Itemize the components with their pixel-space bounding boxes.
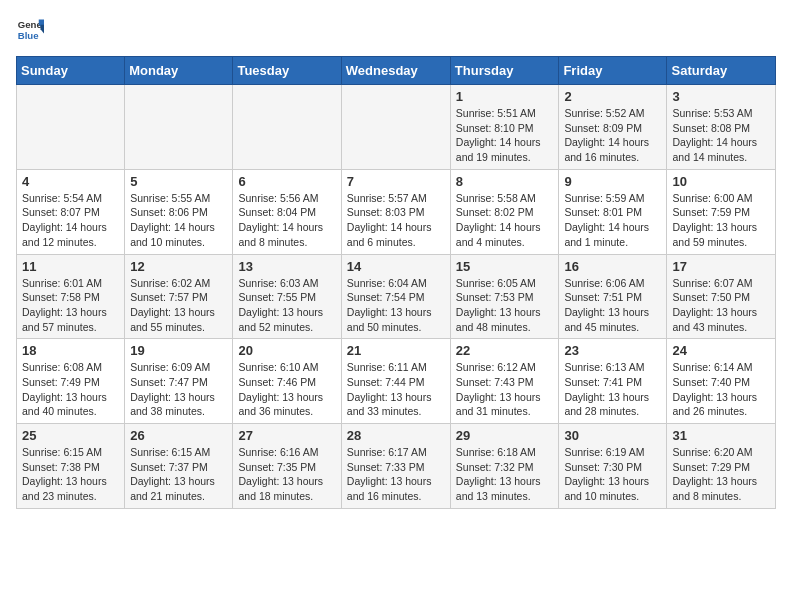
page-header: General Blue — [16, 16, 776, 44]
calendar-cell: 25Sunrise: 6:15 AM Sunset: 7:38 PM Dayli… — [17, 424, 125, 509]
calendar-table: Sunday Monday Tuesday Wednesday Thursday… — [16, 56, 776, 509]
col-wednesday: Wednesday — [341, 57, 450, 85]
day-number: 17 — [672, 259, 770, 274]
day-info: Sunrise: 6:18 AM Sunset: 7:32 PM Dayligh… — [456, 445, 554, 504]
day-number: 27 — [238, 428, 335, 443]
day-number: 1 — [456, 89, 554, 104]
day-info: Sunrise: 6:00 AM Sunset: 7:59 PM Dayligh… — [672, 191, 770, 250]
calendar-week-row: 4Sunrise: 5:54 AM Sunset: 8:07 PM Daylig… — [17, 169, 776, 254]
day-number: 24 — [672, 343, 770, 358]
calendar-cell: 1Sunrise: 5:51 AM Sunset: 8:10 PM Daylig… — [450, 85, 559, 170]
calendar-cell: 29Sunrise: 6:18 AM Sunset: 7:32 PM Dayli… — [450, 424, 559, 509]
col-thursday: Thursday — [450, 57, 559, 85]
svg-marker-3 — [41, 25, 45, 34]
calendar-week-row: 25Sunrise: 6:15 AM Sunset: 7:38 PM Dayli… — [17, 424, 776, 509]
day-number: 28 — [347, 428, 445, 443]
calendar-cell: 2Sunrise: 5:52 AM Sunset: 8:09 PM Daylig… — [559, 85, 667, 170]
calendar-cell: 22Sunrise: 6:12 AM Sunset: 7:43 PM Dayli… — [450, 339, 559, 424]
day-number: 30 — [564, 428, 661, 443]
day-number: 12 — [130, 259, 227, 274]
day-info: Sunrise: 6:06 AM Sunset: 7:51 PM Dayligh… — [564, 276, 661, 335]
day-info: Sunrise: 6:03 AM Sunset: 7:55 PM Dayligh… — [238, 276, 335, 335]
day-info: Sunrise: 6:01 AM Sunset: 7:58 PM Dayligh… — [22, 276, 119, 335]
calendar-cell — [17, 85, 125, 170]
calendar-header-row: Sunday Monday Tuesday Wednesday Thursday… — [17, 57, 776, 85]
calendar-cell: 4Sunrise: 5:54 AM Sunset: 8:07 PM Daylig… — [17, 169, 125, 254]
col-saturday: Saturday — [667, 57, 776, 85]
day-number: 9 — [564, 174, 661, 189]
day-info: Sunrise: 6:12 AM Sunset: 7:43 PM Dayligh… — [456, 360, 554, 419]
day-number: 29 — [456, 428, 554, 443]
day-number: 5 — [130, 174, 227, 189]
day-info: Sunrise: 5:55 AM Sunset: 8:06 PM Dayligh… — [130, 191, 227, 250]
calendar-cell: 28Sunrise: 6:17 AM Sunset: 7:33 PM Dayli… — [341, 424, 450, 509]
calendar-cell: 16Sunrise: 6:06 AM Sunset: 7:51 PM Dayli… — [559, 254, 667, 339]
calendar-cell: 11Sunrise: 6:01 AM Sunset: 7:58 PM Dayli… — [17, 254, 125, 339]
day-info: Sunrise: 6:20 AM Sunset: 7:29 PM Dayligh… — [672, 445, 770, 504]
calendar-cell: 17Sunrise: 6:07 AM Sunset: 7:50 PM Dayli… — [667, 254, 776, 339]
calendar-cell: 19Sunrise: 6:09 AM Sunset: 7:47 PM Dayli… — [125, 339, 233, 424]
day-number: 11 — [22, 259, 119, 274]
day-number: 10 — [672, 174, 770, 189]
calendar-cell: 7Sunrise: 5:57 AM Sunset: 8:03 PM Daylig… — [341, 169, 450, 254]
day-info: Sunrise: 6:10 AM Sunset: 7:46 PM Dayligh… — [238, 360, 335, 419]
day-number: 19 — [130, 343, 227, 358]
calendar-cell: 8Sunrise: 5:58 AM Sunset: 8:02 PM Daylig… — [450, 169, 559, 254]
day-info: Sunrise: 6:04 AM Sunset: 7:54 PM Dayligh… — [347, 276, 445, 335]
calendar-cell: 10Sunrise: 6:00 AM Sunset: 7:59 PM Dayli… — [667, 169, 776, 254]
svg-text:Blue: Blue — [18, 30, 39, 41]
day-info: Sunrise: 6:05 AM Sunset: 7:53 PM Dayligh… — [456, 276, 554, 335]
day-info: Sunrise: 6:15 AM Sunset: 7:38 PM Dayligh… — [22, 445, 119, 504]
day-number: 13 — [238, 259, 335, 274]
day-info: Sunrise: 6:19 AM Sunset: 7:30 PM Dayligh… — [564, 445, 661, 504]
logo: General Blue — [16, 16, 44, 44]
day-number: 2 — [564, 89, 661, 104]
calendar-cell: 9Sunrise: 5:59 AM Sunset: 8:01 PM Daylig… — [559, 169, 667, 254]
calendar-cell: 18Sunrise: 6:08 AM Sunset: 7:49 PM Dayli… — [17, 339, 125, 424]
day-number: 8 — [456, 174, 554, 189]
calendar-cell: 5Sunrise: 5:55 AM Sunset: 8:06 PM Daylig… — [125, 169, 233, 254]
day-info: Sunrise: 5:57 AM Sunset: 8:03 PM Dayligh… — [347, 191, 445, 250]
day-number: 4 — [22, 174, 119, 189]
day-number: 15 — [456, 259, 554, 274]
day-info: Sunrise: 5:56 AM Sunset: 8:04 PM Dayligh… — [238, 191, 335, 250]
calendar-cell — [341, 85, 450, 170]
day-info: Sunrise: 5:59 AM Sunset: 8:01 PM Dayligh… — [564, 191, 661, 250]
calendar-cell: 23Sunrise: 6:13 AM Sunset: 7:41 PM Dayli… — [559, 339, 667, 424]
day-number: 3 — [672, 89, 770, 104]
calendar-cell: 27Sunrise: 6:16 AM Sunset: 7:35 PM Dayli… — [233, 424, 341, 509]
day-info: Sunrise: 6:17 AM Sunset: 7:33 PM Dayligh… — [347, 445, 445, 504]
day-info: Sunrise: 6:15 AM Sunset: 7:37 PM Dayligh… — [130, 445, 227, 504]
calendar-cell: 15Sunrise: 6:05 AM Sunset: 7:53 PM Dayli… — [450, 254, 559, 339]
day-info: Sunrise: 5:58 AM Sunset: 8:02 PM Dayligh… — [456, 191, 554, 250]
day-info: Sunrise: 6:08 AM Sunset: 7:49 PM Dayligh… — [22, 360, 119, 419]
calendar-cell: 24Sunrise: 6:14 AM Sunset: 7:40 PM Dayli… — [667, 339, 776, 424]
calendar-cell: 20Sunrise: 6:10 AM Sunset: 7:46 PM Dayli… — [233, 339, 341, 424]
day-number: 6 — [238, 174, 335, 189]
day-number: 20 — [238, 343, 335, 358]
day-number: 16 — [564, 259, 661, 274]
calendar-cell: 3Sunrise: 5:53 AM Sunset: 8:08 PM Daylig… — [667, 85, 776, 170]
col-sunday: Sunday — [17, 57, 125, 85]
col-tuesday: Tuesday — [233, 57, 341, 85]
calendar-cell: 31Sunrise: 6:20 AM Sunset: 7:29 PM Dayli… — [667, 424, 776, 509]
day-info: Sunrise: 5:51 AM Sunset: 8:10 PM Dayligh… — [456, 106, 554, 165]
calendar-cell: 14Sunrise: 6:04 AM Sunset: 7:54 PM Dayli… — [341, 254, 450, 339]
day-info: Sunrise: 6:09 AM Sunset: 7:47 PM Dayligh… — [130, 360, 227, 419]
day-number: 23 — [564, 343, 661, 358]
day-number: 21 — [347, 343, 445, 358]
calendar-cell: 12Sunrise: 6:02 AM Sunset: 7:57 PM Dayli… — [125, 254, 233, 339]
calendar-cell: 21Sunrise: 6:11 AM Sunset: 7:44 PM Dayli… — [341, 339, 450, 424]
day-number: 31 — [672, 428, 770, 443]
day-info: Sunrise: 5:54 AM Sunset: 8:07 PM Dayligh… — [22, 191, 119, 250]
logo-icon: General Blue — [16, 16, 44, 44]
col-friday: Friday — [559, 57, 667, 85]
calendar-week-row: 11Sunrise: 6:01 AM Sunset: 7:58 PM Dayli… — [17, 254, 776, 339]
day-number: 18 — [22, 343, 119, 358]
day-number: 22 — [456, 343, 554, 358]
day-info: Sunrise: 6:07 AM Sunset: 7:50 PM Dayligh… — [672, 276, 770, 335]
calendar-cell: 26Sunrise: 6:15 AM Sunset: 7:37 PM Dayli… — [125, 424, 233, 509]
day-info: Sunrise: 6:11 AM Sunset: 7:44 PM Dayligh… — [347, 360, 445, 419]
calendar-week-row: 1Sunrise: 5:51 AM Sunset: 8:10 PM Daylig… — [17, 85, 776, 170]
day-info: Sunrise: 6:14 AM Sunset: 7:40 PM Dayligh… — [672, 360, 770, 419]
